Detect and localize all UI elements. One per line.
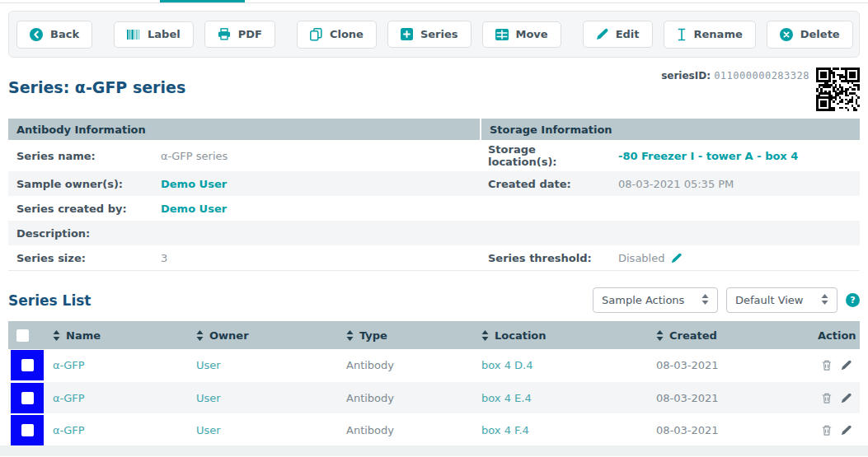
row-owner-link[interactable]: User bbox=[196, 359, 221, 371]
row-created: 08-03-2021 bbox=[656, 392, 719, 404]
plus-square-icon bbox=[401, 28, 413, 40]
label-button-label: Label bbox=[148, 29, 181, 40]
row-edit-pencil-icon[interactable] bbox=[841, 425, 852, 436]
row-owner-link[interactable]: User bbox=[196, 424, 221, 436]
info-row: Series name: α-GFP series Storage locati… bbox=[8, 140, 860, 171]
move-button[interactable]: Move bbox=[482, 21, 561, 48]
info-row: Sample owner(s): Demo User Created date:… bbox=[8, 171, 860, 196]
row-name-link[interactable]: α-GFP bbox=[53, 424, 85, 436]
column-label-name: Name bbox=[66, 329, 101, 342]
row-checkbox[interactable] bbox=[21, 359, 34, 371]
storage-location-label: Storage location(s): bbox=[480, 140, 610, 171]
edit-button-label: Edit bbox=[616, 29, 640, 40]
row-owner-link[interactable]: User bbox=[196, 392, 221, 404]
series-name-value: α-GFP series bbox=[152, 147, 480, 166]
row-name-link[interactable]: α-GFP bbox=[53, 359, 85, 371]
printer-icon bbox=[218, 28, 231, 40]
info-panel: Antibody Information Storage Information… bbox=[8, 119, 860, 271]
row-select-cell bbox=[11, 415, 44, 445]
storage-location-link[interactable]: -80 Freezer I - tower A - box 4 bbox=[618, 150, 798, 162]
view-select[interactable]: Default View bbox=[726, 287, 838, 313]
series-list-table: Name Owner Type Location Created Action … bbox=[8, 321, 860, 445]
table-row: α-GFP User Antibody box 4 D.4 08-03-2021 bbox=[8, 349, 860, 381]
row-created: 08-03-2021 bbox=[656, 424, 719, 436]
sample-actions-select[interactable]: Sample Actions bbox=[593, 287, 718, 313]
storage-information-header: Storage Information bbox=[480, 119, 860, 140]
series-button[interactable]: Series bbox=[387, 21, 472, 48]
back-button[interactable]: Back bbox=[16, 21, 92, 49]
series-list-title: Series List bbox=[8, 292, 91, 309]
back-icon bbox=[30, 28, 43, 41]
series-created-by-link[interactable]: Demo User bbox=[161, 203, 227, 215]
text-cursor-icon bbox=[677, 28, 687, 41]
column-header-name[interactable]: Name bbox=[45, 329, 188, 342]
column-header-created[interactable]: Created bbox=[648, 329, 809, 342]
row-created: 08-03-2021 bbox=[656, 359, 719, 371]
row-type: Antibody bbox=[346, 392, 394, 404]
row-edit-pencil-icon[interactable] bbox=[841, 393, 852, 403]
row-select-cell bbox=[11, 383, 44, 413]
row-checkbox[interactable] bbox=[21, 392, 34, 404]
select-all-checkbox[interactable] bbox=[16, 329, 29, 342]
help-icon[interactable]: ? bbox=[846, 293, 860, 307]
page-title: Series: α-GFP series bbox=[8, 68, 185, 96]
series-size-value: 3 bbox=[152, 249, 480, 268]
info-header-row: Antibody Information Storage Information bbox=[8, 119, 860, 140]
row-type: Antibody bbox=[346, 359, 394, 371]
pdf-button[interactable]: PDF bbox=[204, 21, 275, 48]
series-threshold-label: Series threshold: bbox=[480, 249, 610, 268]
sample-owner-link[interactable]: Demo User bbox=[161, 178, 227, 190]
toolbar: Back Label PDF Clone Series Move Edit Re… bbox=[8, 11, 860, 58]
trash-icon[interactable] bbox=[821, 424, 833, 436]
row-location-link[interactable]: box 4 F.4 bbox=[481, 424, 529, 436]
column-header-location[interactable]: Location bbox=[473, 329, 648, 342]
table-header-row: Name Owner Type Location Created Action bbox=[8, 321, 860, 349]
table-row: α-GFP User Antibody box 4 E.4 08-03-2021 bbox=[8, 381, 860, 413]
series-created-by-label: Series created by: bbox=[8, 199, 152, 218]
antibody-information-header: Antibody Information bbox=[8, 119, 480, 140]
trash-icon[interactable] bbox=[821, 392, 833, 404]
column-label-location: Location bbox=[495, 329, 547, 342]
row-location-link[interactable]: box 4 E.4 bbox=[481, 392, 532, 404]
column-header-type[interactable]: Type bbox=[338, 329, 473, 342]
view-select-value: Default View bbox=[735, 294, 803, 306]
series-id-label: seriesID: bbox=[661, 70, 711, 82]
threshold-edit-pencil-icon[interactable] bbox=[671, 253, 682, 263]
select-arrows-icon bbox=[701, 294, 709, 307]
column-header-action: Action bbox=[809, 329, 865, 342]
label-button[interactable]: Label bbox=[114, 21, 194, 48]
table-row: α-GFP User Antibody box 4 F.4 08-03-2021 bbox=[8, 413, 860, 445]
trash-icon[interactable] bbox=[821, 359, 833, 371]
row-checkbox[interactable] bbox=[21, 424, 34, 436]
page-header: Series: α-GFP series seriesID: 011000000… bbox=[8, 68, 860, 111]
row-select-cell bbox=[11, 350, 44, 380]
sort-icon bbox=[53, 330, 60, 341]
row-name-link[interactable]: α-GFP bbox=[53, 392, 85, 404]
rename-button[interactable]: Rename bbox=[664, 21, 756, 49]
series-threshold-value: Disabled bbox=[618, 252, 664, 264]
row-type: Antibody bbox=[346, 424, 394, 436]
edit-button[interactable]: Edit bbox=[583, 21, 653, 48]
info-row: Description: bbox=[8, 221, 860, 245]
column-label-created: Created bbox=[669, 329, 717, 342]
top-border bbox=[0, 0, 868, 3]
delete-button-label: Delete bbox=[800, 29, 840, 40]
clone-button[interactable]: Clone bbox=[297, 21, 377, 49]
series-id-line: seriesID: 011000000283328 bbox=[661, 68, 809, 82]
row-location-link[interactable]: box 4 D.4 bbox=[481, 359, 533, 371]
clone-icon bbox=[310, 28, 322, 41]
created-date-label: Created date: bbox=[480, 175, 610, 194]
series-name-label: Series name: bbox=[8, 147, 152, 166]
created-date-value: 08-03-2021 05:35 PM bbox=[610, 175, 860, 194]
page-bottom-strip bbox=[0, 445, 868, 456]
series-list-header: Series List Sample Actions Default View … bbox=[8, 287, 860, 313]
delete-button[interactable]: Delete bbox=[767, 21, 853, 49]
sort-icon bbox=[346, 330, 354, 341]
info-row: Series created by: Demo User bbox=[8, 196, 860, 221]
barcode-icon bbox=[127, 29, 140, 40]
series-id-value: 011000000283328 bbox=[714, 70, 809, 82]
info-row: Series size: 3 Series threshold: Disable… bbox=[8, 245, 860, 270]
column-label-type: Type bbox=[359, 329, 387, 342]
column-header-owner[interactable]: Owner bbox=[188, 329, 338, 342]
row-edit-pencil-icon[interactable] bbox=[841, 360, 852, 371]
